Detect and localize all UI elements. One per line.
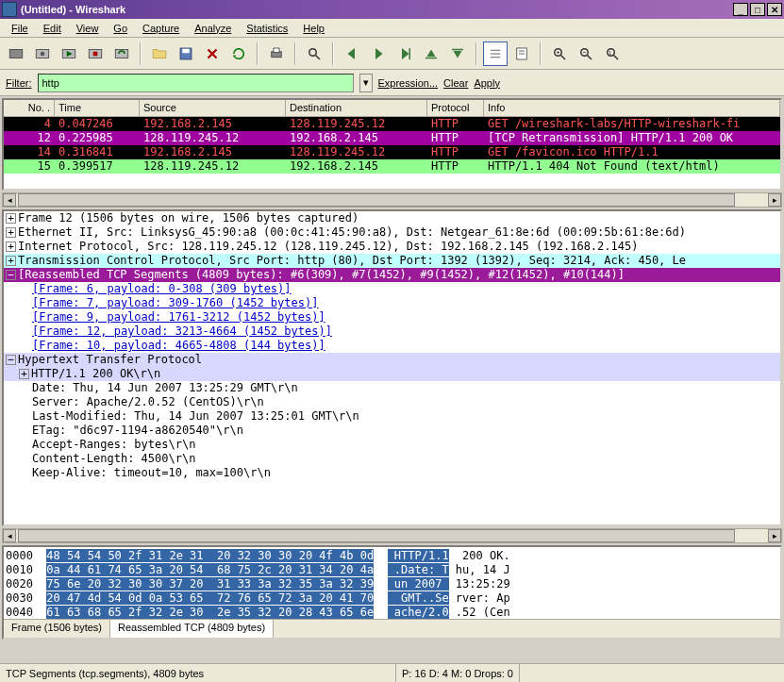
filter-input[interactable] bbox=[38, 74, 354, 92]
hex-tabs: Frame (1506 bytes) Reassembled TCP (4809… bbox=[4, 619, 780, 638]
toolbar-separator bbox=[332, 42, 334, 65]
apply-button[interactable]: Apply bbox=[474, 77, 500, 89]
detail-ip[interactable]: +Internet Protocol, Src: 128.119.245.12 … bbox=[4, 240, 780, 254]
hex-row[interactable]: 0010 0a 44 61 74 65 3a 20 54 68 75 2c 20… bbox=[6, 563, 778, 577]
detail-http-line[interactable]: Accept-Ranges: bytes\r\n bbox=[4, 438, 780, 452]
filter-bar: Filter: ▾ Expression... Clear Apply bbox=[0, 70, 784, 96]
zoom-in-button[interactable] bbox=[547, 42, 572, 66]
restart-capture-button[interactable] bbox=[109, 42, 134, 66]
detail-frame-link[interactable]: [Frame: 7, payload: 309-1760 (1452 bytes… bbox=[4, 296, 780, 310]
go-to-button[interactable] bbox=[392, 42, 417, 66]
detail-ethernet[interactable]: +Ethernet II, Src: LinksysG_45:90:a8 (00… bbox=[4, 225, 780, 240]
menu-capture[interactable]: Capture bbox=[135, 21, 187, 36]
go-forward-button[interactable] bbox=[366, 42, 391, 66]
start-capture-button[interactable] bbox=[57, 42, 81, 66]
svg-marker-15 bbox=[348, 48, 356, 59]
menu-edit[interactable]: Edit bbox=[36, 21, 69, 36]
print-button[interactable] bbox=[264, 42, 289, 66]
auto-scroll-button[interactable] bbox=[509, 42, 534, 66]
col-source[interactable]: Source bbox=[140, 100, 286, 116]
detail-http-line[interactable]: Keep-Alive: timeout=10, max=100\r\n bbox=[4, 466, 780, 480]
col-protocol[interactable]: Protocol bbox=[427, 100, 484, 116]
detail-http-status[interactable]: +HTTP/1.1 200 OK\r\n bbox=[4, 367, 780, 381]
go-back-button[interactable] bbox=[340, 42, 364, 66]
toolbar-separator bbox=[257, 42, 259, 65]
detail-frame-link[interactable]: [Frame: 10, payload: 4665-4808 (144 byte… bbox=[4, 339, 780, 353]
open-button[interactable] bbox=[147, 42, 172, 66]
menu-help[interactable]: Help bbox=[295, 21, 332, 36]
menu-analyze[interactable]: Analyze bbox=[187, 21, 239, 36]
colorize-button[interactable] bbox=[483, 42, 508, 66]
find-button[interactable] bbox=[302, 42, 326, 66]
detail-frame-link[interactable]: [Frame: 9, payload: 1761-3212 (1452 byte… bbox=[4, 310, 780, 324]
maximize-button[interactable]: □ bbox=[750, 3, 765, 16]
detail-http-line[interactable]: ETag: "d6c97-1194-a8620540"\r\n bbox=[4, 424, 780, 438]
packet-list-hscroll[interactable]: ◂▸ bbox=[2, 192, 782, 208]
svg-point-13 bbox=[309, 48, 317, 56]
detail-http-line[interactable]: Last-Modified: Thu, 14 Jun 2007 13:25:01… bbox=[4, 409, 780, 424]
expression-button[interactable]: Expression... bbox=[378, 77, 439, 89]
packet-row[interactable]: 40.047246192.168.2.145128.119.245.12HTTP… bbox=[4, 117, 780, 131]
toolbar-separator bbox=[140, 42, 142, 65]
menu-view[interactable]: View bbox=[69, 21, 107, 36]
status-left: TCP Segments (tcp.segments), 4809 bytes bbox=[0, 664, 396, 682]
toolbar-separator bbox=[540, 42, 542, 65]
packet-row[interactable]: 140.316841192.168.2.145128.119.245.12HTT… bbox=[4, 145, 780, 159]
go-first-button[interactable] bbox=[419, 42, 443, 66]
detail-reassembled[interactable]: −[Reassembled TCP Segments (4809 bytes):… bbox=[4, 268, 780, 282]
col-destination[interactable]: Destination bbox=[286, 100, 427, 116]
packet-list: No. . Time Source Destination Protocol I… bbox=[2, 98, 782, 191]
detail-frame-link[interactable]: [Frame: 6, payload: 0-308 (309 bytes)] bbox=[4, 282, 780, 296]
menu-file[interactable]: File bbox=[4, 21, 36, 36]
detail-http-line[interactable]: Date: Thu, 14 Jun 2007 13:25:29 GMT\r\n bbox=[4, 381, 780, 395]
detail-tcp[interactable]: +Transmission Control Protocol, Src Port… bbox=[4, 254, 780, 268]
col-time[interactable]: Time bbox=[55, 100, 140, 116]
options-button[interactable] bbox=[30, 42, 55, 66]
clear-button[interactable]: Clear bbox=[443, 77, 468, 89]
svg-rect-9 bbox=[182, 48, 190, 53]
filter-label[interactable]: Filter: bbox=[6, 77, 32, 89]
hex-tab-frame[interactable]: Frame (1506 bytes) bbox=[4, 620, 110, 638]
packet-details: +Frame 12 (1506 bytes on wire, 1506 byte… bbox=[2, 209, 782, 526]
menu-statistics[interactable]: Statistics bbox=[239, 21, 295, 36]
hex-row[interactable]: 0030 20 47 4d 54 0d 0a 53 65 72 76 65 72… bbox=[6, 591, 778, 606]
detail-frame-link[interactable]: [Frame: 12, payload: 3213-4664 (1452 byt… bbox=[4, 324, 780, 339]
svg-marker-16 bbox=[375, 48, 383, 59]
hex-row[interactable]: 0040 61 63 68 65 2f 32 2e 30 2e 35 32 20… bbox=[6, 606, 778, 620]
svg-text:1: 1 bbox=[609, 49, 611, 55]
statusbar: TCP Segments (tcp.segments), 4809 bytes … bbox=[0, 663, 784, 682]
detail-http-line[interactable]: Content-Length: 4500\r\n bbox=[4, 452, 780, 466]
detail-http-line[interactable]: Server: Apache/2.0.52 (CentOS)\r\n bbox=[4, 395, 780, 409]
toolbar-separator bbox=[294, 42, 296, 65]
hex-tab-reassembled[interactable]: Reassembled TCP (4809 bytes) bbox=[110, 620, 274, 638]
detail-frame[interactable]: +Frame 12 (1506 bytes on wire, 1506 byte… bbox=[4, 211, 780, 225]
minimize-button[interactable]: _ bbox=[733, 3, 748, 16]
svg-line-14 bbox=[316, 55, 321, 59]
svg-line-30 bbox=[561, 55, 566, 59]
reload-button[interactable] bbox=[226, 42, 251, 66]
svg-rect-6 bbox=[93, 51, 98, 56]
hex-row[interactable]: 0020 75 6e 20 32 30 30 37 20 31 33 3a 32… bbox=[6, 577, 778, 591]
col-no[interactable]: No. . bbox=[4, 100, 55, 116]
go-last-button[interactable] bbox=[445, 42, 470, 66]
detail-http[interactable]: −Hypertext Transfer Protocol bbox=[4, 353, 780, 367]
svg-rect-0 bbox=[9, 49, 23, 58]
filter-dropdown-icon[interactable]: ▾ bbox=[359, 74, 373, 92]
close-file-button[interactable] bbox=[200, 42, 225, 66]
menu-go[interactable]: Go bbox=[106, 21, 135, 36]
col-info[interactable]: Info bbox=[484, 100, 780, 116]
app-icon bbox=[2, 2, 17, 17]
packet-row[interactable]: 120.225985128.119.245.12192.168.2.145HTT… bbox=[4, 131, 780, 145]
stop-capture-button[interactable] bbox=[83, 42, 108, 66]
details-hscroll[interactable]: ◂▸ bbox=[2, 528, 782, 543]
window-title: (Untitled) - Wireshark bbox=[21, 4, 733, 15]
zoom-out-button[interactable] bbox=[574, 42, 598, 66]
status-right: P: 16 D: 4 M: 0 Drops: 0 bbox=[396, 664, 520, 682]
zoom-reset-button[interactable]: 1 bbox=[600, 42, 625, 66]
close-button[interactable]: ✕ bbox=[767, 3, 782, 16]
svg-marker-21 bbox=[454, 51, 462, 58]
save-button[interactable] bbox=[174, 42, 198, 66]
packet-row[interactable]: 150.399517128.119.245.12192.168.2.145HTT… bbox=[4, 159, 780, 174]
hex-row[interactable]: 0000 48 54 54 50 2f 31 2e 31 20 32 30 30… bbox=[6, 549, 778, 563]
interfaces-button[interactable] bbox=[4, 42, 28, 66]
